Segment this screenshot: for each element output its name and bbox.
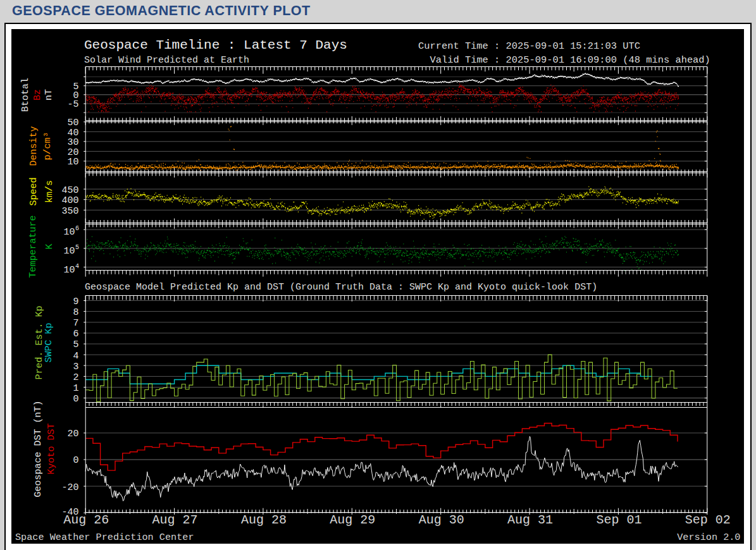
svg-text:10: 10 [63,246,75,257]
svg-text:4: 4 [75,263,79,270]
svg-text:Valid Time : 2025-09-01 16:09:: Valid Time : 2025-09-01 16:09:00 (48 min… [430,54,710,66]
svg-text:Version 2.0: Version 2.0 [677,532,740,543]
svg-text:7: 7 [73,318,78,329]
svg-text:K: K [44,243,55,249]
svg-text:Geospace DST (nT): Geospace DST (nT) [33,400,44,497]
svg-text:p/cm³: p/cm³ [42,131,53,160]
svg-text:50: 50 [67,118,78,128]
svg-text:Aug 27: Aug 27 [152,513,198,527]
svg-text:20: 20 [67,429,78,439]
svg-text:400: 400 [61,195,78,206]
svg-text:SWPC Kp: SWPC Kp [44,322,54,362]
svg-text:Speed: Speed [28,177,39,205]
svg-text:Solar Wind Predicted at Earth: Solar Wind Predicted at Earth [84,55,249,66]
svg-text:6: 6 [73,329,78,339]
svg-text:0: 0 [73,394,78,405]
svg-text:-5: -5 [67,99,78,110]
svg-text:0: 0 [73,455,78,466]
svg-text:350: 350 [61,206,78,217]
svg-text:Kyoto DST: Kyoto DST [46,423,57,474]
svg-text:Current Time : 2025-09-01 15:2: Current Time : 2025-09-01 15:21:03 UTC [418,40,640,52]
svg-text:km/s: km/s [44,180,55,203]
svg-text:30: 30 [67,137,78,148]
svg-text:8: 8 [73,307,78,318]
svg-text:Aug 31: Aug 31 [507,513,553,527]
svg-text:Aug 28: Aug 28 [241,513,287,527]
svg-text:4: 4 [73,351,78,362]
svg-text:3: 3 [73,362,78,372]
svg-text:20: 20 [67,147,78,158]
svg-text:Geospace Model Predicted Kp an: Geospace Model Predicted Kp and DST (Gro… [85,282,597,293]
svg-text:Density: Density [28,126,39,166]
svg-text:40: 40 [67,128,78,138]
svg-text:1: 1 [73,383,78,394]
svg-text:6: 6 [75,225,79,232]
svg-text:Sep 02: Sep 02 [685,513,731,527]
svg-text:10: 10 [67,157,78,168]
svg-text:Space Weather Prediction Cente: Space Weather Prediction Center [15,532,194,543]
svg-text:Temperature: Temperature [28,215,39,278]
svg-text:-20: -20 [61,482,78,493]
svg-text:10: 10 [63,265,75,276]
svg-text:450: 450 [61,185,78,196]
svg-text:Sep 01: Sep 01 [596,513,641,527]
svg-text:Aug 26: Aug 26 [63,513,109,527]
svg-text:2: 2 [73,372,78,383]
svg-text:10: 10 [63,227,75,238]
svg-text:Bz: Bz [32,89,43,101]
svg-text:Btotal: Btotal [20,78,31,112]
svg-text:9: 9 [73,296,78,307]
svg-text:Aug 29: Aug 29 [330,513,375,527]
svg-text:Aug 30: Aug 30 [419,513,464,527]
svg-text:nT: nT [44,89,54,101]
svg-text:Geospace Timeline : Latest 7 D: Geospace Timeline : Latest 7 Days [84,38,347,52]
svg-text:5: 5 [75,244,79,251]
svg-text:5: 5 [73,339,78,350]
